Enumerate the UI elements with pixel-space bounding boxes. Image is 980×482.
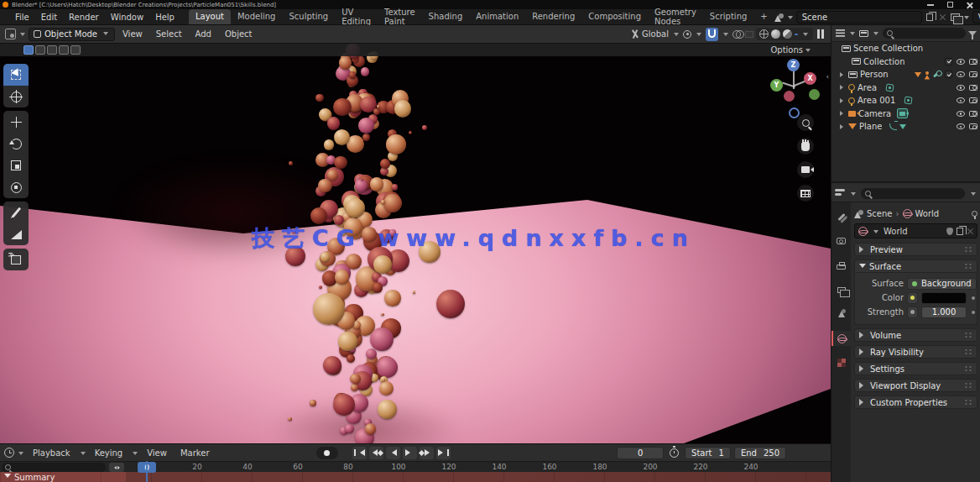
exclude-checkbox[interactable] [945, 71, 952, 78]
shading-options-chevron[interactable] [803, 33, 808, 39]
outliner-row-collection[interactable]: Collection [831, 55, 980, 69]
navigation-gizmo[interactable]: Z X Y [765, 57, 824, 121]
menu-edit[interactable]: Edit [35, 11, 63, 24]
color-input-node-button[interactable] [907, 292, 918, 304]
breadcrumb-scene[interactable]: Scene [867, 209, 893, 218]
expand-arrow[interactable] [840, 72, 846, 77]
scene-icon[interactable] [774, 13, 784, 22]
shading-wireframe-icon[interactable] [759, 29, 769, 39]
hide-eye-icon[interactable] [957, 85, 965, 91]
menu-add[interactable]: Add [190, 28, 217, 40]
options-dropdown[interactable]: Options [770, 45, 812, 55]
gizmo-axis-y[interactable]: Y [770, 79, 783, 92]
add-workspace-button[interactable]: + [753, 9, 774, 24]
render-visibility-icon[interactable] [969, 111, 977, 117]
shading-material-icon[interactable] [783, 29, 792, 39]
tool-add-cube[interactable] [3, 249, 29, 270]
unlink-datablock-icon[interactable] [967, 228, 973, 234]
menu-view[interactable]: View [117, 28, 149, 40]
zoom-icon[interactable] [797, 114, 814, 131]
hide-eye-icon[interactable] [957, 111, 965, 117]
menu-keying[interactable]: Keying [89, 447, 129, 459]
tab-output[interactable] [831, 258, 851, 273]
select-mode-intersect[interactable] [70, 45, 81, 55]
select-mode-invert[interactable] [59, 45, 69, 55]
timeline-editor-icon[interactable] [4, 448, 14, 458]
expand-arrows-button[interactable] [109, 463, 124, 472]
shading-solid-icon[interactable] [771, 29, 780, 39]
new-datablock-icon[interactable] [957, 228, 963, 235]
menu-help[interactable]: Help [149, 11, 180, 24]
play-reverse-button[interactable] [386, 447, 400, 459]
tool-annotate[interactable] [3, 202, 29, 223]
menu-object[interactable]: Object [219, 28, 258, 40]
expand-arrow[interactable] [840, 124, 846, 129]
timeline-search-input[interactable] [2, 463, 106, 472]
orientation-dropdown[interactable]: Global [642, 29, 669, 39]
tool-scale[interactable] [3, 155, 29, 176]
scene-name-field[interactable]: Scene [796, 11, 922, 24]
exclude-checkbox[interactable] [945, 58, 952, 65]
outliner-search-input[interactable] [883, 28, 966, 39]
select-mode-extend[interactable] [35, 45, 45, 55]
panel-custom-properties[interactable]: Custom Properties [854, 396, 977, 409]
outliner-display-mode-icon[interactable] [859, 30, 868, 37]
panel-preview[interactable]: Preview [854, 243, 977, 256]
scene-browse-chevron[interactable] [788, 16, 793, 22]
pivot-point-icon[interactable] [683, 30, 691, 39]
menu-view-timeline[interactable]: View [141, 447, 173, 459]
panel-ray-visibility[interactable]: Ray Visibility [854, 345, 977, 359]
expand-arrow[interactable] [840, 85, 846, 90]
end-frame-field[interactable]: End250 [734, 447, 786, 459]
world-name[interactable]: World [884, 227, 943, 236]
summary-channel[interactable]: Summary [0, 472, 831, 482]
next-keyframe-button[interactable] [420, 447, 434, 459]
timeline-ruler[interactable]: 0 20 40 60 80 100 120 140 160 180 200 22… [0, 461, 831, 472]
workspace-tab-layout[interactable]: Layout [189, 9, 231, 24]
panel-collapse-arrow[interactable]: ‹ [826, 72, 829, 81]
outliner-editor-icon[interactable] [836, 29, 845, 37]
tool-move[interactable] [3, 111, 29, 133]
play-button[interactable] [403, 447, 417, 459]
playhead-line[interactable] [146, 472, 148, 482]
tab-texture[interactable] [831, 355, 851, 370]
menu-select[interactable]: Select [150, 28, 188, 40]
fake-user-shield-icon[interactable] [946, 228, 953, 235]
close-button[interactable] [967, 2, 973, 8]
auto-keyframe-icon[interactable] [670, 448, 679, 458]
start-frame-field[interactable]: Start1 [685, 447, 731, 459]
panel-viewport-display[interactable]: Viewport Display [854, 379, 977, 392]
hide-eye-icon[interactable] [957, 97, 965, 103]
workspace-tab-rendering[interactable]: Rendering [525, 9, 581, 24]
record-button[interactable] [316, 447, 338, 459]
strength-slider[interactable]: 1.000 [921, 306, 967, 318]
pan-hand-icon[interactable] [797, 138, 814, 155]
gizmo-axis-minus-y[interactable] [809, 89, 820, 100]
menu-window[interactable]: Window [105, 11, 149, 24]
orthographic-grid-icon[interactable] [797, 185, 814, 202]
view-layer-name-field[interactable]: ViewLayer [972, 11, 980, 24]
workspace-tab-modeling[interactable]: Modeling [231, 9, 283, 24]
menu-marker[interactable]: Marker [175, 447, 216, 459]
world-datablock[interactable]: World [854, 223, 977, 238]
snap-magnet-icon[interactable] [706, 28, 718, 41]
maximize-button[interactable] [947, 2, 953, 8]
jump-to-start-button[interactable] [352, 447, 367, 459]
tab-view-layer[interactable] [831, 282, 851, 297]
render-visibility-icon[interactable] [969, 97, 977, 103]
prev-keyframe-button[interactable] [369, 447, 383, 459]
hide-eye-icon[interactable] [957, 59, 965, 65]
animate-dot[interactable] [972, 296, 975, 300]
view-layer-browse-chevron[interactable] [964, 16, 969, 22]
transform-orientation-icon[interactable] [630, 29, 639, 39]
properties-options-chevron[interactable] [971, 192, 976, 198]
pin-icon[interactable] [972, 211, 977, 217]
tool-rotate[interactable] [3, 133, 29, 155]
workspace-tab-sculpting[interactable]: Sculpting [282, 9, 335, 24]
workspace-tab-scripting[interactable]: Scripting [703, 9, 753, 24]
workspace-tab-compositing[interactable]: Compositing [581, 9, 648, 24]
properties-editor-icon[interactable] [835, 189, 845, 197]
render-visibility-icon[interactable] [969, 85, 977, 91]
animate-dot[interactable] [972, 311, 975, 314]
outliner-row-person[interactable]: Person [831, 68, 980, 81]
